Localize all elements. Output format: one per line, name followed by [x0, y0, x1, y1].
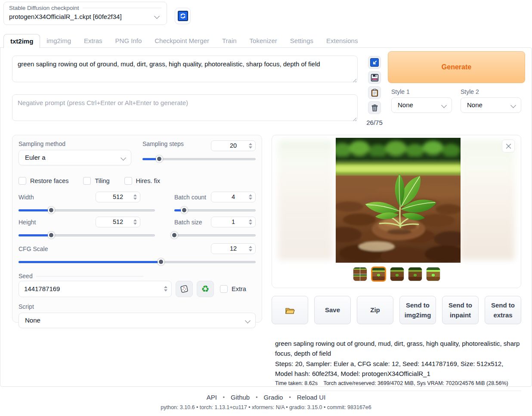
clear-prompt-button[interactable]: [368, 101, 381, 114]
height-slider[interactable]: [19, 231, 155, 239]
image-actions: Save Zip Send to img2img Send to inpaint…: [272, 296, 521, 324]
thumbnail-3[interactable]: [390, 267, 404, 281]
sampling-steps-slider[interactable]: [142, 155, 256, 163]
style1-label: Style 1: [391, 88, 452, 95]
style2-dropdown[interactable]: None: [461, 97, 521, 113]
height-input[interactable]: 512: [96, 217, 140, 227]
slider-handle[interactable]: [48, 207, 55, 214]
sampling-method-dropdown[interactable]: Euler a: [19, 150, 131, 165]
github-link[interactable]: Github: [231, 394, 250, 401]
seed-label: Seed: [19, 273, 33, 279]
tab-img2img[interactable]: img2img: [40, 34, 77, 48]
tab-extras[interactable]: Extras: [77, 34, 109, 48]
width-slider[interactable]: [19, 206, 155, 214]
tab-settings[interactable]: Settings: [284, 34, 320, 48]
number-spinner[interactable]: [249, 143, 252, 149]
apply-style-button[interactable]: [368, 86, 381, 99]
slider-handle[interactable]: [171, 232, 178, 239]
clipboard-icon: [371, 89, 379, 97]
tab-png-info[interactable]: PNG Info: [109, 34, 148, 48]
batch-count-label: Batch count: [174, 194, 206, 201]
batch-size-input[interactable]: 1: [211, 217, 256, 227]
generate-column: Generate Style 1 None Style 2 None: [388, 51, 525, 113]
page-footer: API • Github • Gradio • Reload UI python…: [0, 394, 532, 410]
generated-image[interactable]: [336, 138, 461, 263]
info-params-text: Steps: 20, Sampler: Euler a, CFG scale: …: [275, 359, 520, 379]
batch-count-slider[interactable]: [174, 206, 256, 214]
sampling-steps-input[interactable]: 20: [211, 140, 256, 151]
label-rule: [83, 8, 161, 8]
tab-txt2img[interactable]: txt2img: [3, 34, 40, 48]
checkpoint-dropdown[interactable]: Stable Diffusion checkpoint protogenX34O…: [3, 2, 167, 25]
thumbnail-4[interactable]: [408, 267, 422, 281]
random-seed-button[interactable]: [176, 281, 193, 297]
send-to-inpaint-button[interactable]: Send to inpaint: [442, 296, 479, 324]
checkpoint-area: Stable Diffusion checkpoint protogenX34O…: [3, 2, 189, 25]
style2-label: Style 2: [461, 88, 521, 95]
batch-count-input[interactable]: 4: [211, 192, 256, 202]
width-input[interactable]: 512: [96, 192, 140, 202]
refresh-checkpoints-button[interactable]: [175, 8, 191, 24]
slider-handle[interactable]: [181, 207, 188, 214]
batch-size-slider[interactable]: [174, 231, 256, 239]
send-to-extras-button[interactable]: Send to extras: [485, 296, 521, 324]
script-dropdown[interactable]: None: [19, 313, 256, 328]
recycle-icon: ♻: [201, 285, 210, 294]
thumbnail-1-grid[interactable]: [353, 267, 367, 281]
cfg-scale-label: CFG Scale: [19, 245, 48, 252]
checkpoint-label: Stable Diffusion checkpoint: [9, 5, 79, 11]
chevron-down-icon: [154, 13, 160, 19]
cfg-scale-input[interactable]: 12: [211, 243, 256, 254]
paste-icon: [370, 58, 379, 67]
prompt-column: green sapling rowing out of ground, mud,…: [12, 56, 358, 123]
prompt-tools: 26/75: [366, 56, 383, 126]
script-value: None: [25, 317, 40, 324]
slider-handle[interactable]: [48, 232, 55, 239]
open-folder-button[interactable]: [272, 296, 308, 324]
gradio-link[interactable]: Gradio: [263, 394, 283, 401]
zip-button[interactable]: Zip: [357, 296, 393, 324]
cfg-scale-slider[interactable]: [19, 258, 256, 266]
send-to-img2img-button[interactable]: Send to img2img: [399, 296, 436, 324]
tab-tokenizer[interactable]: Tokenizer: [243, 34, 284, 48]
thumbnail-2-selected[interactable]: [371, 267, 386, 282]
style1-dropdown[interactable]: None: [391, 97, 452, 113]
checkpoint-value: protogenX34OfficialR_1.ckpt [60fe2f34]: [9, 13, 122, 20]
close-gallery-button[interactable]: [502, 140, 515, 152]
slider-handle[interactable]: [156, 155, 163, 162]
result-gallery: [272, 135, 521, 288]
tab-extensions[interactable]: Extensions: [320, 34, 364, 48]
token-counter: 26/75: [366, 119, 383, 126]
sampling-method-label: Sampling method: [19, 140, 131, 147]
txt2img-panel: green sapling rowing out of ground, mud,…: [0, 47, 532, 387]
slider-handle[interactable]: [158, 258, 164, 265]
api-link[interactable]: API: [207, 394, 217, 401]
style2-value: None: [467, 101, 483, 109]
extra-seed-checkbox[interactable]: Extra: [220, 285, 246, 293]
hires-fix-checkbox[interactable]: Hires. fix: [124, 177, 160, 185]
seed-input[interactable]: 1441787169: [19, 281, 172, 297]
chevron-down-icon: [121, 155, 126, 161]
save-style-button[interactable]: [368, 71, 381, 84]
height-label: Height: [19, 219, 36, 226]
thumbnail-5[interactable]: [426, 267, 440, 281]
generate-button[interactable]: Generate: [388, 51, 525, 83]
tab-train[interactable]: Train: [216, 34, 243, 48]
gallery-ghost-previous: [278, 140, 333, 260]
floppy-disk-icon: [371, 74, 379, 82]
output-column: Save Zip Send to img2img Send to inpaint…: [272, 135, 521, 391]
parameters-panel: Sampling method Euler a Sampling steps 2…: [12, 135, 262, 323]
chevron-down-icon: [245, 318, 251, 323]
reload-ui-link[interactable]: Reload UI: [297, 394, 326, 401]
paste-params-button[interactable]: [368, 56, 381, 69]
restore-faces-checkbox[interactable]: Restore faces: [19, 177, 68, 185]
gallery-ghost-next: [460, 140, 515, 260]
dice-icon: [179, 284, 189, 294]
tab-checkpoint-merger[interactable]: Checkpoint Merger: [148, 34, 216, 48]
prompt-input[interactable]: green sapling rowing out of ground, mud,…: [12, 56, 358, 82]
tiling-checkbox[interactable]: Tiling: [83, 177, 109, 185]
reuse-seed-button[interactable]: ♻: [197, 281, 214, 297]
save-button[interactable]: Save: [314, 296, 351, 324]
negative-prompt-input[interactable]: [12, 94, 358, 121]
checkpoint-select[interactable]: protogenX34OfficialR_1.ckpt [60fe2f34]: [9, 13, 161, 20]
